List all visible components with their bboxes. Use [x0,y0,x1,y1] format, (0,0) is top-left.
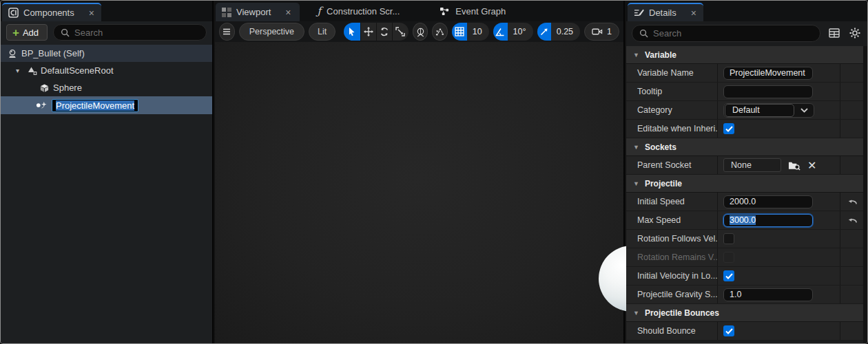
components-tabwell: Components × [1,1,212,21]
gear-icon [849,28,860,39]
details-rows: ▼ Variable Variable Name ProjectileMovem… [626,46,863,341]
rotate-icon [380,27,389,36]
select-tool-button[interactable] [344,23,360,41]
lit-label: Lit [318,27,327,36]
chevron-down-icon: ▼ [633,144,639,151]
section-projectile-bounces[interactable]: ▼ Projectile Bounces [626,304,863,322]
viewport-options-button[interactable] [219,23,235,41]
tree-item-projectilemovement[interactable]: ProjectileMovement [1,96,212,114]
tab-construction-script[interactable]: ƒ Construction Scr... [300,1,420,21]
initial-speed-field[interactable]: 2000.0 [723,195,813,208]
add-component-button[interactable]: + Add [6,24,48,41]
tab-viewport-close-icon[interactable]: × [285,7,291,18]
components-toolbar: + Add [1,21,212,43]
property-label: Initial Velocity in Lo... [626,267,717,285]
components-panel: Components × + Add BP_Bullet (Self) ▾ De… [1,1,214,344]
viewport-toolbar: Perspective Lit 1 [215,21,623,42]
view-mode-dropdown[interactable]: Lit [309,23,335,41]
row-should-bounce: Should Bounce [626,322,863,341]
tooltip-field[interactable] [723,85,813,98]
move-tool-button[interactable] [360,23,376,41]
snap-icon [435,27,445,37]
property-label: Should Bounce [626,322,717,340]
add-button-label: Add [23,28,39,38]
surface-snapping-button[interactable] [432,23,448,41]
angle-snap-icon [493,23,508,41]
projectile-gravity-scale-field[interactable]: 1.0 [723,288,813,301]
category-dropdown[interactable]: Default [723,103,814,118]
tab-event-graph[interactable]: Event Graph [419,1,525,21]
editable-when-inherited-checkbox[interactable] [723,123,734,134]
scale-snap-control[interactable]: 0.25 [537,23,581,41]
tab-components-close-icon[interactable]: × [89,8,94,19]
viewport-panel: Viewport × ƒ Construction Scr... Event G… [215,1,625,344]
property-label: Max Speed [626,211,717,229]
tree-item-defaultsceneroot[interactable]: ▾ DefaultSceneRoot [1,62,212,79]
tree-item-bp-bullet[interactable]: BP_Bullet (Self) [1,45,212,62]
tree-item-label: DefaultSceneRoot [41,65,114,76]
tree-item-sphere[interactable]: Sphere [1,79,212,96]
camera-mode-dropdown[interactable]: Perspective [239,23,304,41]
section-sockets[interactable]: ▼ Sockets [626,138,863,156]
property-label: Rotation Follows Vel... [626,230,717,248]
row-max-speed: Max Speed 3000.0 [626,211,863,230]
viewport-icon [222,8,231,17]
category-value: Default [725,104,794,117]
details-scrollbar[interactable] [863,46,867,344]
settings-button[interactable] [848,26,862,40]
should-bounce-checkbox[interactable] [723,325,734,336]
tab-components[interactable]: Components × [2,3,101,21]
tab-components-label: Components [23,8,74,18]
initial-velocity-in-local-checkbox[interactable] [723,270,734,281]
camera-speed-control[interactable]: 1 [584,23,619,41]
row-rotation-remains-vertical: Rotation Remains V... [626,248,863,267]
display-options-button[interactable] [827,26,841,40]
projectile-movement-icon [35,100,48,110]
property-label: Editable when Inheri... [626,120,717,138]
grid-snap-control[interactable]: 10 [452,23,489,41]
select-cursor-icon [347,27,356,36]
tab-details-close-icon[interactable]: × [691,8,696,19]
tab-details[interactable]: Details × [628,3,703,21]
details-search-input[interactable] [653,28,813,39]
chevron-down-icon [794,108,814,113]
property-label: Parent Socket [626,156,717,174]
details-search[interactable] [632,25,820,42]
property-label: Rotation Remains V... [626,248,717,266]
viewport-3d-scene[interactable] [215,42,623,344]
component-tree: BP_Bullet (Self) ▾ DefaultSceneRoot Sphe… [1,45,212,114]
rotation-follows-velocity-checkbox[interactable] [723,233,734,244]
parent-socket-field[interactable]: None [723,158,781,172]
section-title: Projectile [645,179,682,189]
components-search-input[interactable] [74,28,199,38]
field-value: ProjectileMovement [730,68,805,78]
section-variable[interactable]: ▼ Variable [626,46,863,64]
rotate-tool-button[interactable] [376,23,392,41]
field-value: 2000.0 [730,197,756,206]
world-local-space-button[interactable] [413,23,428,41]
scale-snap-value: 0.25 [551,23,580,41]
section-projectile[interactable]: ▼ Projectile [626,175,863,193]
chevron-down-icon[interactable]: ▾ [16,67,25,74]
row-initial-velocity-in-local: Initial Velocity in Lo... [626,267,863,286]
row-initial-speed: Initial Speed 2000.0 [626,193,863,211]
variable-name-field[interactable]: ProjectileMovement [723,67,813,80]
tab-event-graph-label: Event Graph [455,6,506,17]
grid-snap-icon [452,23,467,41]
reset-to-default-icon[interactable] [847,198,857,206]
search-icon [639,29,648,38]
browse-socket-icon[interactable] [788,160,800,171]
move-icon [364,27,373,36]
perspective-label: Perspective [249,27,294,36]
components-search[interactable] [53,24,207,41]
viewport-tabwell: Viewport × ƒ Construction Scr... Event G… [215,1,623,21]
tab-construction-label: Construction Scr... [327,6,400,17]
reset-to-default-icon[interactable] [847,217,857,224]
component-rename-field[interactable]: ProjectileMovement [52,99,138,112]
tab-viewport[interactable]: Viewport × [216,3,300,21]
clear-socket-icon[interactable]: ✕ [807,159,816,172]
rotation-snap-control[interactable]: 10° [493,23,533,41]
max-speed-field[interactable]: 3000.0 [723,214,813,227]
scale-tool-button[interactable] [392,23,408,41]
details-tabwell: Details × [626,1,867,21]
